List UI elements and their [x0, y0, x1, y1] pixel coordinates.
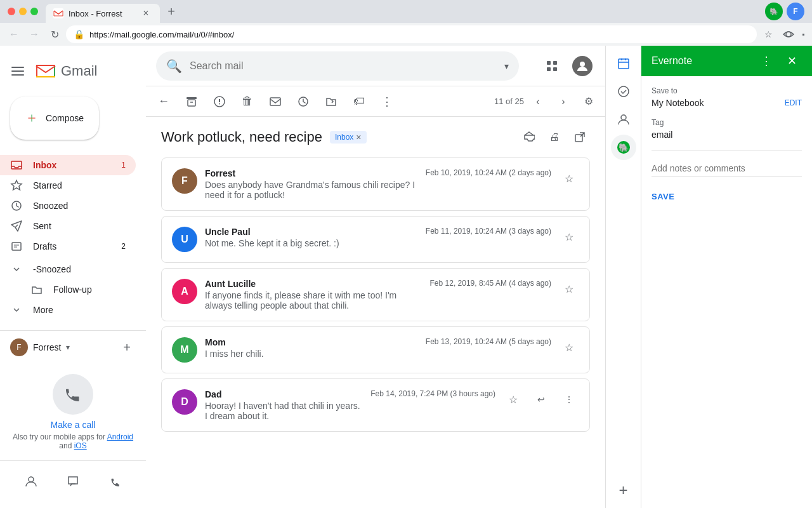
account-avatar-button[interactable] [570, 53, 595, 79]
settings-button[interactable]: ⚙ [577, 90, 600, 113]
archive-button[interactable] [179, 89, 204, 114]
evernote-more-button[interactable]: ⋮ [756, 51, 776, 71]
delete-button[interactable]: 🗑 [235, 89, 260, 114]
ios-link[interactable]: iOS [74, 441, 87, 450]
sidebar-item-starred[interactable]: Starred [0, 175, 136, 196]
email-preview: Hooray! I haven't had that chili in year… [205, 401, 363, 421]
email-thread: Work potluck, need recipe Inbox × 🖨 [146, 117, 605, 508]
tab-close-button[interactable]: × [140, 7, 152, 20]
edit-notebook-button[interactable]: EDIT [785, 98, 802, 107]
sent-label: Sent [33, 221, 126, 231]
address-bar[interactable]: 🔒 https://mail.google.com/mail/u/0/#inbo… [66, 25, 757, 43]
android-link[interactable]: Android [107, 432, 133, 441]
sender-name: Mom [205, 337, 418, 347]
star-button[interactable]: ☆ [559, 168, 579, 189]
email-preview: If anyone finds it, please share it with… [205, 290, 422, 311]
star-button[interactable]: ☆ [559, 337, 579, 358]
email-meta: Aunt Lucille If anyone finds it, please … [205, 279, 422, 311]
add-addon-button[interactable]: + [611, 478, 636, 503]
minimize-traffic-light[interactable] [19, 8, 27, 15]
account-row[interactable]: F Forrest ▾ + [0, 336, 146, 359]
back-button[interactable]: ← [5, 25, 23, 43]
sender-name: Uncle Paul [205, 227, 418, 237]
next-email-button[interactable]: › [552, 90, 575, 113]
chat-bottom-button[interactable] [60, 469, 86, 494]
maximize-traffic-light[interactable] [30, 8, 38, 15]
active-tab[interactable]: Inbox - Forrest × [46, 4, 160, 23]
email-preview: Does anybody have Grandma's famous chili… [205, 180, 418, 200]
email-message: F Forrest Does anybody have Grandma's fa… [161, 157, 590, 211]
evernote-close-button[interactable]: ✕ [782, 51, 802, 71]
compose-button[interactable]: Compose [10, 97, 99, 140]
hamburger-menu-button[interactable] [5, 58, 30, 84]
sender-name: Forrest [205, 168, 418, 178]
contacts-sidebar-button[interactable] [611, 107, 636, 132]
search-input[interactable] [190, 60, 497, 72]
reload-button[interactable]: ↻ [46, 25, 63, 43]
move-to-inbox-action[interactable] [519, 127, 539, 147]
label-as-button[interactable]: 🏷 [346, 89, 372, 114]
svg-point-20 [29, 477, 34, 482]
sidebar-item-more[interactable]: More [0, 300, 136, 320]
email-header: M Mom I miss her chili. Feb 13, 2019, 10… [172, 337, 579, 363]
tasks-sidebar-button[interactable] [611, 79, 636, 104]
evernote-save-button[interactable]: SAVE [652, 187, 674, 206]
evernote-title: Evernote [652, 55, 751, 67]
report-spam-button[interactable] [207, 89, 232, 114]
close-traffic-light[interactable] [8, 8, 15, 15]
extensions-icon [782, 28, 795, 41]
evernote-sidebar-button[interactable]: 🐘 [611, 135, 636, 160]
apps-button[interactable] [539, 53, 565, 79]
tag-field: Tag email [652, 118, 802, 140]
contacts-bottom-button[interactable] [18, 469, 44, 494]
account-chevron: ▾ [66, 343, 70, 352]
gmail-header: 🔍 ▾ [146, 46, 605, 86]
new-window-button[interactable] [570, 127, 590, 147]
notes-input[interactable] [652, 161, 802, 177]
reply-button[interactable]: ↩ [531, 389, 551, 410]
mark-unread-button[interactable] [263, 89, 288, 114]
tag-label: Tag [652, 118, 802, 127]
sender-avatar: D [172, 389, 197, 415]
add-account-button[interactable]: + [118, 338, 136, 356]
sidebar-item-follow-up[interactable]: Follow-up [0, 279, 136, 300]
search-dropdown-icon[interactable]: ▾ [504, 61, 509, 71]
prev-email-button[interactable]: ‹ [527, 90, 549, 113]
svg-marker-14 [11, 180, 22, 190]
inbox-badge-close[interactable]: × [356, 132, 361, 142]
bookmark-button[interactable]: ☆ [759, 25, 777, 43]
sidebar-item-inbox[interactable]: Inbox 1 [0, 155, 136, 175]
snooze-button[interactable] [291, 89, 316, 114]
svg-point-19 [64, 385, 82, 403]
gmail-favicon [53, 8, 63, 18]
svg-point-30 [219, 103, 220, 104]
extensions-button[interactable] [780, 25, 797, 43]
drafts-icon [10, 240, 23, 253]
profile-button[interactable]: F [787, 3, 804, 20]
folder-icon [30, 283, 43, 296]
calendar-sidebar-button[interactable] [611, 51, 636, 76]
star-button[interactable]: ☆ [559, 227, 579, 247]
more-options-button[interactable]: ⋮ [374, 89, 400, 114]
thread-subject-row: Work potluck, need recipe Inbox × 🖨 [161, 127, 590, 147]
print-button[interactable]: 🖨 [544, 127, 565, 147]
sidebar-item-sent[interactable]: Sent [0, 216, 136, 236]
star-button[interactable]: ☆ [503, 389, 523, 410]
make-call-link[interactable]: Make a call [51, 420, 96, 430]
move-to-button[interactable] [318, 89, 344, 114]
chevron-down-icon [10, 263, 23, 276]
sidebar-item-drafts[interactable]: Drafts 2 [0, 236, 136, 257]
new-tab-button[interactable]: + [162, 3, 180, 20]
back-to-inbox-button[interactable]: ← [151, 89, 176, 114]
email-preview: Not me. She kept it a big secret. :) [205, 238, 418, 248]
evernote-extension-icon[interactable]: 🐘 [765, 3, 783, 20]
email-header: U Uncle Paul Not me. She kept it a big s… [172, 227, 579, 252]
sender-avatar: A [172, 279, 197, 304]
forward-button[interactable]: → [25, 25, 43, 43]
more-message-actions[interactable]: ⋮ [559, 389, 579, 410]
star-button[interactable]: ☆ [559, 279, 579, 299]
snoozed-icon [10, 199, 23, 212]
phone-bottom-button[interactable] [102, 469, 128, 494]
sidebar-item-snoozed-group[interactable]: -Snoozed [0, 259, 136, 279]
sidebar-item-snoozed[interactable]: Snoozed [0, 196, 136, 216]
